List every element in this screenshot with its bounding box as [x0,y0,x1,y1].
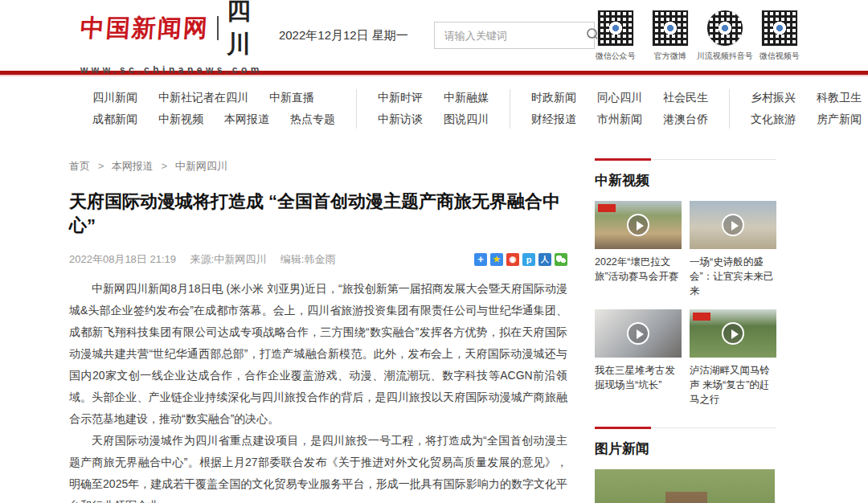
photo-section-title: 图片新闻 [595,440,776,458]
section-accent-tick [595,158,651,161]
video-card[interactable]: 泸沽湖畔又闻马铃声 来场“复古”的赶马之行 [690,309,776,407]
main-content: 首页 > 本网报道 > 中新网四川 天府国际动漫城将打造成 “全国首创动漫主题产… [0,140,868,503]
current-date: 2022年12月12日 星期一 [279,28,408,43]
article-paragraph: 天府国际动漫城作为四川省重点建设项目，是四川旅投一号工程，将打造成为“全国首创动… [69,430,567,503]
nav-item-rural-revitalization[interactable]: 乡村振兴 [751,91,796,105]
share-toolbar: + ★ ◉ p 人 [474,253,567,266]
nav-group-opinion: 中新时评 中新融媒 中新访谈 图说四川 [357,89,510,129]
video-caption[interactable]: 一场“史诗般的盛会”：让宜宾未来已来 [690,255,776,298]
qr-label: 官方微博 [654,51,686,62]
article-editor: 编辑:韩金雨 [280,253,336,265]
nav-item-society-livelihood[interactable]: 社会民生 [663,91,708,105]
nav-item-hot-topics[interactable]: 热点专题 [290,112,335,127]
article-meta-row: 2022年08月18日 21:19 来源:中新网四川 编辑:韩金雨 + ★ ◉ … [69,252,567,267]
video-caption[interactable]: 泸沽湖畔又闻马铃声 来场“复古”的赶马之行 [690,363,776,407]
nav-item-city-news[interactable]: 市州新闻 [597,112,642,127]
article-meta: 2022年08月18日 21:19 来源:中新网四川 编辑:韩金雨 [69,252,346,267]
video-caption[interactable]: 2022年“壤巴拉文旅”活动赛马会开赛 [595,255,682,284]
site-url: www.sc.chinanews.com [80,64,263,76]
nav-item-hk-macao-taiwan[interactable]: 港澳台侨 [663,112,708,127]
video-caption[interactable]: 我在三星堆考古发掘现场当“坑长” [595,363,682,392]
channel-badge [693,313,710,321]
qr-label: 微信公众号 [596,51,636,62]
breadcrumb-separator: > [161,160,167,172]
logo-region-text: 四川 [227,0,263,61]
article-datetime: 2022年08月18日 21:19 [69,253,176,265]
nav-item-cns-video[interactable]: 中新视频 [158,112,203,127]
site-header: 中国新闻网 四川 www.sc.chinanews.com 2022年12月12… [0,0,868,71]
photo-news-image[interactable] [595,469,775,503]
play-icon [722,322,744,345]
nav-item-commentary[interactable]: 中新时评 [378,91,423,105]
video-grid: 2022年“壤巴拉文旅”活动赛马会开赛 一场“史诗般的盛会”：让宜宾未来已来 我… [595,201,776,407]
play-icon [627,322,649,345]
breadcrumb-home[interactable]: 首页 [69,160,90,172]
nav-item-interviews[interactable]: 中新访谈 [378,112,423,127]
share-renren-icon[interactable]: 人 [538,253,551,266]
share-more-icon[interactable]: + [474,253,487,266]
qr-code-image [652,10,689,47]
sidebar: 中新视频 2022年“壤巴拉文旅”活动赛马会开赛 一场“史诗般的盛会”：让宜宾未… [595,159,776,503]
nav-group-local: 四川新闻 中新社记者在四川 中新直播 成都新闻 中新视频 本网报道 热点专题 [92,89,357,129]
article-title: 天府国际动漫城将打造成 “全国首创动漫主题产商旅无界融合中心” [69,190,567,238]
qr-wechat-video: 微信视频号 [759,10,800,62]
breadcrumb-current[interactable]: 中新网四川 [175,160,227,172]
share-wechat-icon[interactable] [555,253,567,266]
nav-item-science-education-health[interactable]: 科教卫生 [817,91,862,105]
search-input[interactable] [444,30,586,42]
site-logo[interactable]: 中国新闻网 四川 www.sc.chinanews.com [80,0,263,76]
section-accent-tick [595,427,651,429]
nav-group-politics-society: 时政新闻 同心四川 社会民生 财经报道 市州新闻 港澳台侨 [510,89,730,129]
nav-item-reporters-in-sichuan[interactable]: 中新社记者在四川 [158,91,248,105]
nav-item-sichuan-news[interactable]: 四川新闻 [92,91,137,105]
breadcrumb-separator: > [98,160,104,172]
share-tencent-weibo-icon[interactable]: p [522,253,535,266]
qr-weibo-official: 官方微博 [649,10,691,62]
qr-label: 微信视频号 [760,51,800,62]
nav-group-life: 乡村振兴 科教卫生 娱乐体育 文化旅游 房产新闻 生活服务 [730,89,868,129]
article-column: 首页 > 本网报道 > 中新网四川 天府国际动漫城将打造成 “全国首创动漫主题产… [69,159,567,503]
video-card[interactable]: 2022年“壤巴拉文旅”活动赛马会开赛 [595,201,682,298]
nav-item-finance-report[interactable]: 财经报道 [531,112,576,127]
play-icon [722,214,744,236]
article-paragraph: 中新网四川新闻8月18日电 (米小米 刘亚男)近日，“旅投创新第一届招商发展大会… [69,278,567,430]
qr-code-image [706,10,743,47]
video-section-title: 中新视频 [595,171,776,190]
qr-label: 川流视频抖音号 [697,51,753,62]
qr-douyin-channel: 川流视频抖音号 [704,10,746,62]
nav-item-culture-tourism[interactable]: 文化旅游 [751,112,796,127]
nav-item-chengdu-news[interactable]: 成都新闻 [92,112,137,127]
video-section: 中新视频 2022年“壤巴拉文旅”活动赛马会开赛 一场“史诗般的盛会”：让宜宾未… [595,159,776,407]
article-source: 来源:中新网四川 [190,253,267,265]
logo-divider [217,16,219,40]
video-card[interactable]: 一场“史诗般的盛会”：让宜宾未来已来 [690,201,776,298]
video-thumbnail[interactable] [595,309,682,358]
play-icon [627,214,649,236]
photo-news-section: 图片新闻 [595,427,776,503]
article-body: 中新网四川新闻8月18日电 (米小米 刘亚男)近日，“旅投创新第一届招商发展大会… [69,278,567,503]
nav-item-live[interactable]: 中新直播 [269,91,314,105]
breadcrumb: 首页 > 本网报道 > 中新网四川 [69,159,567,174]
share-qzone-icon[interactable]: ★ [490,253,503,266]
main-navigation: 四川新闻 中新社记者在四川 中新直播 成都新闻 中新视频 本网报道 热点专题 中… [0,76,868,140]
nav-item-property-news[interactable]: 房产新闻 [817,112,862,127]
qr-code-image [761,10,798,47]
video-thumbnail[interactable] [595,201,682,249]
nav-item-politics-news[interactable]: 时政新闻 [531,91,576,105]
channel-badge [598,204,616,212]
nav-item-converged-media[interactable]: 中新融媒 [444,91,489,105]
video-card[interactable]: 我在三星堆考古发掘现场当“坑长” [595,309,682,407]
breadcrumb-site-report[interactable]: 本网报道 [112,160,154,172]
qr-code-strip: 微信公众号 官方微博 川流视频抖音号 微信视频号 [595,10,800,62]
nav-item-pictures-sichuan[interactable]: 图说四川 [444,112,489,127]
share-weibo-icon[interactable]: ◉ [506,253,519,266]
qr-wechat-official: 微信公众号 [595,10,637,62]
nav-item-site-report[interactable]: 本网报道 [224,112,269,127]
video-thumbnail[interactable] [690,309,776,358]
video-thumbnail[interactable] [690,201,776,249]
logo-brand-text: 中国新闻网 [80,12,211,45]
search-box [434,22,595,49]
nav-item-tongxin-sichuan[interactable]: 同心四川 [597,91,642,105]
qr-code-image [597,10,634,47]
